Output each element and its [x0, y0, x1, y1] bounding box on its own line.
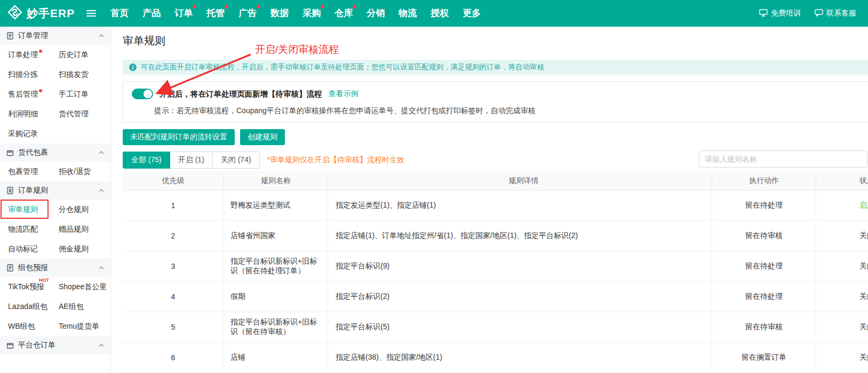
- sidebar-item-profit-details[interactable]: 利润明细: [8, 104, 59, 124]
- tab-disabled[interactable]: 关闭 (74): [212, 152, 260, 169]
- nav-item-orders[interactable]: 订单: [168, 0, 200, 27]
- rule-details: 指定平台标识(5): [328, 312, 712, 342]
- sidebar-item-order-processing[interactable]: 订单处理: [8, 45, 59, 65]
- contact-support-link[interactable]: 联系客服: [815, 9, 856, 18]
- section-order-management[interactable]: 订单管理: [0, 27, 110, 45]
- sidebar-item-wb-packing[interactable]: WB组包: [8, 316, 59, 336]
- menu-label: 货代管理: [59, 109, 89, 119]
- app-name: 妙手ERP: [27, 6, 75, 21]
- sidebar-item-warehouse-split-rules[interactable]: 分仓规则: [59, 200, 110, 219]
- sidebar-item-history-orders[interactable]: 历史订单: [59, 45, 110, 65]
- notification-dot: [193, 5, 196, 9]
- nav-item-products[interactable]: 产品: [136, 0, 168, 27]
- nav-item-label: 广告: [238, 8, 257, 18]
- order-management-items: 订单处理 历史订单 扫描分拣 扫描发货 售后管理 手工订单 利润明细 货代管理 …: [0, 45, 110, 144]
- rule-name: 野梅发运类型测试: [224, 191, 328, 220]
- menu-label: 包裹管理: [8, 167, 38, 177]
- toggle-hint: 提示：若无待审核流程，Coupang平台订单的审核操作将在您申请运单号、提交代打…: [154, 105, 868, 116]
- section-packing-forecast[interactable]: 组包预报: [0, 259, 110, 277]
- forecast-list-icon: [6, 264, 14, 272]
- nav-item-purchasing[interactable]: 采购: [296, 0, 328, 27]
- sidebar-item-forwarder-management[interactable]: 货代管理: [59, 104, 110, 124]
- unmatched-flow-settings-button[interactable]: 未匹配到规则订单的流转设置: [123, 129, 235, 145]
- sidebar-item-after-sales[interactable]: 售后管理: [8, 84, 59, 104]
- chevron-up-icon: [99, 34, 104, 37]
- menu-label: 分仓规则: [59, 205, 89, 215]
- nav-item-warehouse[interactable]: 仓库: [328, 0, 360, 27]
- nav-item-label: 更多: [463, 8, 481, 18]
- sidebar-item-logistics-matching[interactable]: 物流匹配: [8, 219, 59, 239]
- nav-item-hosting[interactable]: 托管: [200, 0, 232, 27]
- table-row[interactable]: 2 店铺省州国家 指定店铺(1)、订单地址指定州/省(1)、指定国家/地区(1)…: [123, 221, 868, 251]
- sidebar-item-rejected-returns[interactable]: 拒收/退货: [59, 162, 110, 181]
- sidebar-item-auto-tagging[interactable]: 自动标记: [8, 239, 59, 259]
- nav-item-authorization[interactable]: 授权: [424, 0, 456, 27]
- rule-status: 启用: [816, 191, 868, 220]
- menu-label: 采购记录: [8, 129, 38, 139]
- tab-enabled[interactable]: 开启 (1): [170, 152, 213, 169]
- create-rule-button[interactable]: 创建规则: [240, 129, 285, 145]
- audit-flow-toggle[interactable]: [132, 89, 153, 99]
- menu-label: 利润明细: [8, 109, 38, 119]
- sidebar-item-purchase-records[interactable]: 采购记录: [8, 124, 59, 144]
- menu-label: 自动标记: [8, 244, 38, 254]
- nav-item-label: 分销: [367, 8, 385, 18]
- free-training-link[interactable]: 免费培训: [759, 9, 801, 18]
- sidebar: 订单管理 订单处理 历史订单 扫描分拣 扫描发货 售后管理 手工订单 利润明细 …: [0, 27, 111, 373]
- section-title: 货代包裹: [18, 148, 48, 157]
- chat-bubble-icon: [815, 9, 823, 18]
- hamburger-menu-icon[interactable]: [86, 10, 96, 17]
- order-rules-items: 审单规则 分仓规则 物流匹配 赠品规则 自动标记 佣金规则: [0, 200, 110, 259]
- section-forwarder-packages[interactable]: 货代包裹: [0, 144, 110, 162]
- nav-item-home[interactable]: 首页: [103, 0, 136, 27]
- info-banner-text: 可在此页面开启订单审核流程，开启后，需手动审核订单至待处理页面；您也可以设置匹配…: [141, 62, 544, 72]
- menu-label: 物流匹配: [8, 225, 38, 234]
- table-row[interactable]: 6 店铺 指定店铺(38)、指定国家/地区(1) 留在搁置订单 关闭: [123, 343, 868, 373]
- rule-status: 关闭: [816, 282, 868, 312]
- sidebar-item-tiktok-forecast[interactable]: TikTok预报HOT: [8, 277, 59, 297]
- section-platform-warehouse-orders[interactable]: 平台仓订单: [0, 336, 110, 354]
- sidebar-item-package-management[interactable]: 包裹管理: [8, 162, 59, 181]
- sidebar-item-manual-orders[interactable]: 手工订单: [59, 84, 110, 104]
- sidebar-item-scan-sorting[interactable]: 扫描分拣: [8, 65, 59, 84]
- contact-support-label: 联系客服: [826, 9, 856, 18]
- rule-status: 关闭: [816, 312, 868, 342]
- rule-action: 留在搁置订单: [712, 343, 816, 372]
- menu-label: 售后管理: [8, 90, 38, 99]
- rules-list-icon: [6, 187, 14, 194]
- tab-all[interactable]: 全部 (75): [123, 152, 170, 169]
- menu-label: 手工订单: [59, 90, 89, 99]
- sidebar-item-gift-rules[interactable]: 赠品规则: [59, 219, 110, 239]
- sidebar-item-scan-shipping[interactable]: 扫描发货: [59, 65, 110, 84]
- rule-priority: 5: [123, 312, 224, 342]
- column-header-status: 状态: [816, 171, 868, 190]
- table-row[interactable]: 5 指定平台标识新标识+旧标识（留在待审核） 指定平台标识(5) 留在待审核 关…: [123, 312, 868, 343]
- sidebar-item-shopee-first-mile[interactable]: Shopee首公里: [59, 277, 110, 297]
- rule-details: 指定店铺(1)、订单地址指定州/省(1)、指定国家/地区(1)、指定平台标识(2…: [328, 221, 712, 251]
- free-training-label: 免费培训: [771, 9, 801, 18]
- table-row[interactable]: 1 野梅发运类型测试 指定发运类型(1)、指定店铺(1) 留在待处理 启用: [123, 191, 868, 221]
- sidebar-item-lazada-packing[interactable]: Lazada组包: [8, 297, 59, 316]
- sidebar-item-temu-pickup[interactable]: Temu提货单: [59, 316, 110, 336]
- nav-item-label: 采购: [302, 8, 321, 18]
- nav-item-label: 产品: [142, 8, 161, 18]
- rule-name: 指定平台标识新标识+旧标识（留在待处理订单）: [224, 251, 328, 281]
- rule-name-search-input[interactable]: [699, 150, 867, 168]
- nav-item-ads[interactable]: 广告: [232, 0, 264, 27]
- nav-item-more[interactable]: 更多: [456, 0, 488, 27]
- nav-item-distribution[interactable]: 分销: [360, 0, 392, 27]
- nav-item-label: 仓库: [335, 8, 353, 18]
- table-row[interactable]: 4 假期 指定平台标识(2) 留在待处理 关闭: [123, 282, 868, 312]
- main-nav: 首页 产品 订单 托管 广告 数据 采购 仓库 分销 物流 授权 更多: [103, 0, 488, 27]
- table-row[interactable]: 3 指定平台标识新标识+旧标识（留在待处理订单） 指定平台标识(9) 留在待处理…: [123, 251, 868, 282]
- app-logo[interactable]: 妙手ERP: [0, 5, 75, 22]
- menu-label: 佣金规则: [59, 244, 89, 254]
- sidebar-item-commission-rules[interactable]: 佣金规则: [59, 239, 110, 259]
- nav-item-data[interactable]: 数据: [264, 0, 296, 27]
- rule-details: 指定平台标识(9): [328, 251, 712, 281]
- sidebar-item-audit-rules[interactable]: 审单规则: [8, 200, 59, 219]
- nav-item-logistics[interactable]: 物流: [392, 0, 424, 27]
- section-order-rules[interactable]: 订单规则: [0, 181, 110, 200]
- sidebar-item-ae-packing[interactable]: AE组包: [59, 297, 110, 316]
- view-example-link[interactable]: 查看示例: [329, 89, 359, 99]
